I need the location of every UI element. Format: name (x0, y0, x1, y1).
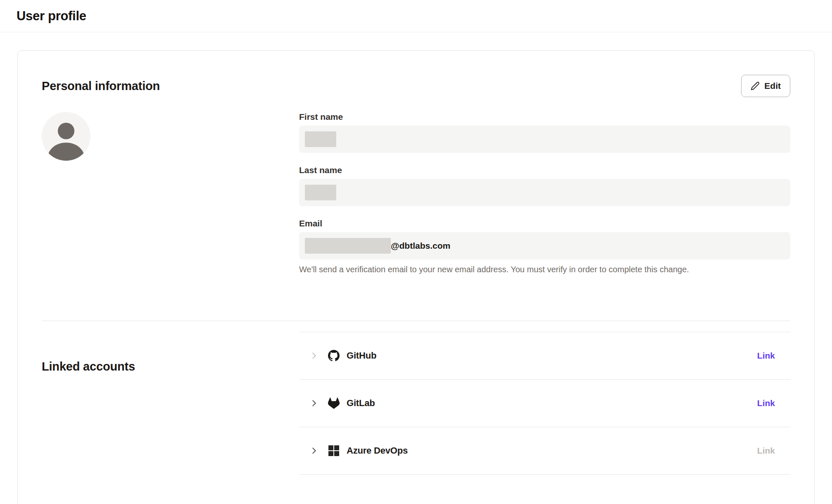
account-name: GitHub (347, 350, 376, 361)
linked-accounts-heading-column: Linked accounts (42, 357, 299, 475)
account-name: GitLab (347, 398, 375, 409)
gitlab-icon (328, 397, 340, 409)
linked-account-row-gitlab: GitLab Link (299, 380, 790, 427)
personal-information-heading: Personal information (42, 79, 160, 93)
last-name-label: Last name (299, 165, 790, 175)
email-field[interactable]: @dbtlabs.com (299, 232, 790, 259)
linked-accounts-section: Linked accounts GitHub Link (42, 357, 790, 475)
page-header: User profile (0, 0, 832, 32)
redacted-last-name-value (305, 185, 336, 200)
first-name-label: First name (299, 112, 790, 122)
azure-devops-link-action: Link (757, 446, 775, 456)
section-divider (42, 321, 790, 321)
pencil-icon (751, 81, 760, 90)
person-silhouette-icon (42, 112, 90, 161)
github-icon (328, 350, 340, 361)
last-name-field[interactable] (299, 179, 790, 206)
page-title: User profile (17, 9, 86, 24)
linked-accounts-heading: Linked accounts (42, 360, 299, 373)
azure-devops-icon (328, 445, 340, 456)
avatar (42, 112, 90, 161)
avatar-column (42, 112, 299, 287)
email-help-text: We'll send a verification email to your … (299, 265, 790, 274)
chevron-right-icon[interactable] (309, 446, 319, 455)
account-name: Azure DevOps (347, 445, 408, 456)
email-field-group: Email @dbtlabs.com We'll send a verifica… (299, 219, 790, 274)
chevron-right-icon[interactable] (309, 351, 319, 360)
personal-information-header: Personal information Edit (42, 75, 790, 97)
chevron-right-icon[interactable] (309, 399, 319, 408)
first-name-field-group: First name (299, 112, 790, 153)
github-link-action[interactable]: Link (757, 351, 775, 361)
edit-button[interactable]: Edit (741, 75, 790, 97)
first-name-field[interactable] (299, 126, 790, 153)
user-profile-card: Personal information Edit First name (17, 50, 815, 504)
redacted-first-name-value (305, 131, 336, 147)
redacted-email-value (305, 238, 391, 254)
linked-account-row-github: GitHub Link (299, 332, 790, 380)
linked-account-row-azure-devops: Azure DevOps Link (299, 427, 790, 475)
gitlab-link-action[interactable]: Link (757, 398, 775, 408)
email-label: Email (299, 219, 790, 228)
fields-column: First name Last name Email @dbtlabs.com … (299, 112, 790, 287)
email-domain-text: @dbtlabs.com (391, 241, 450, 251)
linked-accounts-list: GitHub Link GitLab Link (299, 332, 790, 475)
edit-button-label: Edit (764, 81, 781, 91)
last-name-field-group: Last name (299, 165, 790, 206)
personal-information-body: First name Last name Email @dbtlabs.com … (42, 112, 790, 287)
